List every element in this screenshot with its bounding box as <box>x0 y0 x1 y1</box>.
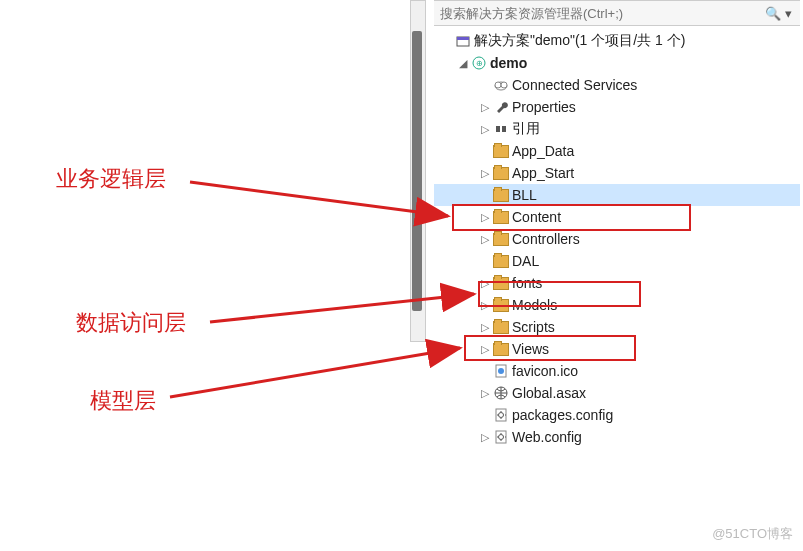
svg-line-17 <box>210 294 474 322</box>
watermark: @51CTO博客 <box>712 525 793 543</box>
svg-line-18 <box>170 348 460 397</box>
svg-line-16 <box>190 182 448 216</box>
arrows-overlay <box>0 0 803 551</box>
